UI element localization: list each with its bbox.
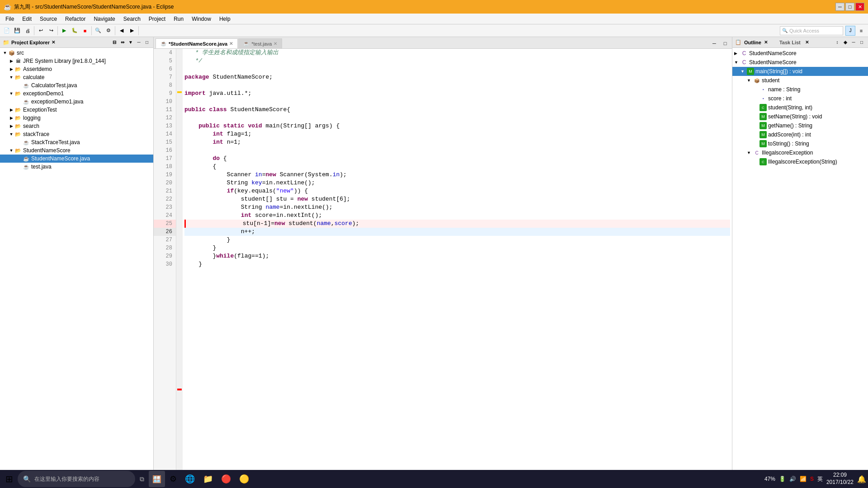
menu-refactor[interactable]: Refactor	[61, 14, 89, 24]
logging-arrow: ▶	[8, 116, 14, 120]
tb-new[interactable]: 📄	[2, 26, 12, 36]
quick-access-field[interactable]: 🔍 Quick Access	[780, 26, 843, 35]
assertdemo-icon: 📂	[14, 66, 22, 73]
tree-item-search[interactable]: ▶ 📂 search	[0, 122, 153, 130]
menu-window[interactable]: Window	[188, 14, 215, 24]
search-arrow: ▶	[8, 124, 14, 128]
outline-title: Outline	[744, 40, 761, 45]
tree-item-assertdemo[interactable]: ▶ 📂 Assertdemo	[0, 65, 153, 73]
tab-snsjava-close[interactable]: ✕	[229, 41, 233, 46]
project-explorer-close[interactable]: ✕	[52, 40, 55, 45]
menu-search[interactable]: Search	[120, 14, 144, 24]
stt-icon: ☕	[23, 139, 30, 146]
taskbar-folder-icon[interactable]: 📁	[199, 471, 217, 487]
tree-item-exceptiondemo1java[interactable]: ☕ exceptionDemo1.java	[0, 98, 153, 106]
taskbar-app1-icon[interactable]: 🔴	[217, 471, 235, 487]
tb-run[interactable]: ▶	[59, 26, 69, 36]
task-list-close[interactable]: ✕	[805, 40, 809, 45]
outline-class2[interactable]: ▼ C StudentNameScore	[732, 58, 868, 67]
calculate-arrow: ▼	[8, 75, 14, 80]
start-button[interactable]: ⊞	[2, 471, 17, 487]
tb-ref[interactable]: ⚙	[104, 26, 113, 36]
outline-c2-icon: C	[741, 59, 748, 66]
outline-setname-method[interactable]: M setName(String) : void	[732, 112, 868, 121]
minimize-panel-icon[interactable]: ─	[135, 39, 142, 46]
search-button[interactable]: 🔍 在这里输入你要搜索的内容	[18, 471, 135, 487]
tab-testjava[interactable]: ☕ *test.java ✕	[238, 38, 282, 48]
outline-class1[interactable]: ▶ C StudentNameScore	[732, 49, 868, 58]
outline-name-field[interactable]: ▪ name : String	[732, 85, 868, 94]
tab-testjava-close[interactable]: ✕	[274, 41, 277, 46]
tb-undo[interactable]: ↩	[36, 26, 46, 36]
tb-perspective-list[interactable]: ≡	[856, 26, 866, 36]
maximize-button[interactable]: □	[845, 3, 854, 11]
tb-stop[interactable]: ■	[80, 26, 90, 36]
tb-perspective-java[interactable]: J	[845, 26, 855, 36]
outline-close[interactable]: ✕	[764, 40, 768, 45]
tb-save[interactable]: 💾	[12, 26, 22, 36]
taskbar-settings-icon[interactable]: ⚙	[166, 471, 180, 487]
tb-redo[interactable]: ↪	[46, 26, 56, 36]
task-view-button[interactable]: ⧉	[136, 471, 148, 487]
tab-snsjava-icon: ☕	[160, 41, 167, 47]
tree-item-calculate[interactable]: ▼ 📂 calculate	[0, 73, 153, 81]
outline-tostring-method[interactable]: M toString() : String	[732, 139, 868, 148]
tree-item-exceptiontest[interactable]: ▶ 📂 ExceptionTest	[0, 106, 153, 114]
outline-addscore-method[interactable]: M addScore(int) : int	[732, 130, 868, 139]
title-text: 第九周 - src/StudentNameScore/StudentNameSc…	[14, 3, 174, 11]
code-line-30: }	[184, 260, 730, 268]
outline-student-var[interactable]: ▼ 📦 student	[732, 76, 868, 85]
outline-sort-icon[interactable]: ↕	[834, 39, 841, 46]
link-with-editor-icon[interactable]: ⇔	[119, 39, 126, 46]
tree-item-snsjava[interactable]: ☕ StudentNameScore.java	[0, 155, 153, 163]
tree-item-testjava[interactable]: ☕ test.java	[0, 163, 153, 171]
tb-search[interactable]: 🔍	[93, 26, 103, 36]
tab-studentnamescore[interactable]: ☕ *StudentNameScore.java ✕	[156, 38, 238, 48]
menu-source[interactable]: Source	[36, 14, 61, 24]
outline-main-method[interactable]: ▼ M main(String[]) : void	[732, 67, 868, 76]
maximize-panel-icon[interactable]: □	[143, 39, 151, 46]
menu-project[interactable]: Project	[145, 14, 169, 24]
outline-score-field[interactable]: ▪ score : int	[732, 94, 868, 103]
tb-print[interactable]: 🖨	[23, 26, 33, 36]
outline-student-constructor[interactable]: C student(String, int)	[732, 103, 868, 112]
menu-help[interactable]: Help	[216, 14, 234, 24]
tree-item-logging[interactable]: ▶ 📂 logging	[0, 114, 153, 122]
tb-debug[interactable]: 🐛	[70, 26, 80, 36]
outline-illegalexc-constructor[interactable]: C IllegalscoreException(String)	[732, 157, 868, 166]
taskbar-app2-icon[interactable]: 🟡	[236, 471, 253, 487]
tree-item-studentnamescore[interactable]: ▼ 📂 StudentNameScore	[0, 146, 153, 155]
task-list-label[interactable]: Task List	[779, 40, 801, 45]
maximize-editor-icon[interactable]: □	[720, 38, 730, 48]
notification-icon[interactable]: 🔔	[857, 475, 866, 483]
menu-file[interactable]: File	[2, 14, 18, 24]
tree-item-exceptiondemo1[interactable]: ▼ 📂 exceptionDemo1	[0, 89, 153, 98]
code-content[interactable]: * 学生姓名和成绩指定输入输出 */ package StudentNameSc…	[183, 49, 732, 474]
right-panel: 📋 Outline ✕ Task List ✕ ↕ ◈ ─ □ ▶ C Stud…	[732, 37, 868, 474]
code-line-15: int n=1;	[184, 138, 730, 146]
taskbar-windows-icon[interactable]: 🪟	[149, 471, 165, 487]
outline-max-icon[interactable]: □	[858, 39, 865, 46]
menu-edit[interactable]: Edit	[19, 14, 35, 24]
minimize-button[interactable]: ─	[835, 3, 844, 11]
view-menu-icon[interactable]: ▼	[127, 39, 134, 46]
outline-min-icon[interactable]: ─	[850, 39, 857, 46]
tb-prev[interactable]: ◀	[117, 26, 127, 36]
tree-item-calculatortest[interactable]: ☕ CalculatorTest.java	[0, 81, 153, 89]
taskbar-edge-icon[interactable]: 🌐	[181, 471, 198, 487]
tree-item-src[interactable]: ▼ 📦 src	[0, 49, 153, 57]
outline-getname-method[interactable]: M getName() : String	[732, 121, 868, 130]
outline-illegalexc-class[interactable]: ▼ C IllegalscoreException	[732, 148, 868, 157]
minimize-editor-icon[interactable]: ─	[709, 38, 719, 48]
menu-run[interactable]: Run	[170, 14, 187, 24]
outline-c2-arrow: ▼	[734, 60, 741, 65]
tb-next[interactable]: ▶	[127, 26, 137, 36]
collapse-all-icon[interactable]: ⊟	[111, 39, 118, 46]
tree-item-jre[interactable]: ▶ 🏛 JRE System Library [jre1.8.0_144]	[0, 57, 153, 65]
outline-header: 📋 Outline ✕ Task List ✕ ↕ ◈ ─ □	[732, 37, 868, 48]
menu-navigate[interactable]: Navigate	[90, 14, 118, 24]
tree-item-stacktracetest[interactable]: ☕ StackTraceTest.java	[0, 138, 153, 146]
tree-item-stacktrace[interactable]: ▼ 📂 stackTrace	[0, 130, 153, 138]
outline-hide-icon[interactable]: ◈	[842, 39, 849, 46]
close-button[interactable]: ✕	[855, 3, 864, 11]
